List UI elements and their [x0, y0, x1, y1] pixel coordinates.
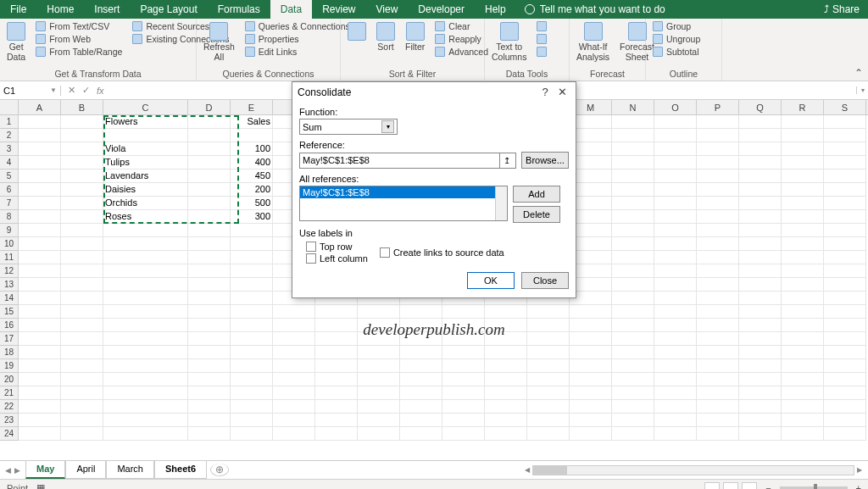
cell[interactable] — [824, 278, 866, 292]
cell[interactable] — [527, 332, 570, 346]
cell[interactable] — [19, 332, 61, 346]
close-icon[interactable]: ✕ — [554, 86, 570, 98]
cell[interactable] — [697, 414, 739, 427]
cell[interactable] — [824, 251, 866, 264]
cell[interactable] — [315, 427, 358, 441]
view-normal[interactable] — [704, 482, 720, 490]
cell[interactable] — [19, 292, 61, 305]
cell[interactable] — [782, 292, 824, 305]
cell[interactable] — [612, 359, 654, 373]
cell[interactable] — [485, 400, 527, 414]
cell[interactable] — [782, 183, 824, 197]
cell[interactable]: Orchids — [103, 197, 188, 210]
cell[interactable] — [654, 169, 697, 183]
cell[interactable]: Flowers — [103, 115, 188, 129]
cell[interactable] — [358, 414, 400, 427]
cell[interactable] — [739, 427, 782, 441]
cell[interactable] — [654, 373, 697, 386]
cell[interactable] — [400, 414, 442, 427]
cell[interactable] — [188, 251, 231, 264]
tab-file[interactable]: File — [0, 0, 36, 19]
cell[interactable] — [697, 224, 739, 237]
cell[interactable] — [782, 224, 824, 237]
cell[interactable] — [103, 427, 188, 441]
cell[interactable] — [358, 386, 400, 400]
browse-button[interactable]: Browse... — [521, 152, 569, 169]
cell[interactable] — [654, 292, 697, 305]
cell[interactable] — [782, 346, 824, 359]
cell[interactable] — [527, 427, 570, 441]
col-h[interactable]: P — [697, 100, 739, 114]
cell[interactable] — [485, 414, 527, 427]
cell[interactable] — [61, 224, 103, 237]
cell[interactable] — [19, 427, 61, 441]
sheet-tab-april[interactable]: April — [65, 461, 106, 479]
col-h[interactable]: C — [103, 100, 188, 114]
cell[interactable] — [612, 400, 654, 414]
cell[interactable] — [273, 332, 315, 346]
cell[interactable] — [697, 210, 739, 224]
row-h[interactable]: 1 — [0, 115, 19, 129]
cell[interactable] — [188, 129, 231, 142]
cell[interactable] — [103, 319, 188, 332]
cell[interactable] — [400, 386, 442, 400]
cell[interactable] — [782, 197, 824, 210]
cell[interactable] — [61, 115, 103, 129]
row-h[interactable]: 17 — [0, 332, 19, 346]
cell[interactable] — [188, 386, 231, 400]
cell[interactable] — [697, 129, 739, 142]
tab-home[interactable]: Home — [36, 0, 84, 19]
cell[interactable] — [315, 400, 358, 414]
cell[interactable] — [19, 264, 61, 278]
cell[interactable] — [654, 237, 697, 251]
cell[interactable] — [739, 210, 782, 224]
cell[interactable] — [19, 386, 61, 400]
cell[interactable] — [739, 237, 782, 251]
cell[interactable] — [697, 197, 739, 210]
cell[interactable] — [188, 115, 231, 129]
cell[interactable] — [188, 414, 231, 427]
col-h[interactable]: A — [19, 100, 61, 114]
cell[interactable] — [188, 373, 231, 386]
cell[interactable] — [739, 292, 782, 305]
from-table-range[interactable]: From Table/Range — [32, 46, 125, 58]
row-h[interactable]: 23 — [0, 414, 19, 427]
cell[interactable] — [824, 169, 866, 183]
cell[interactable] — [188, 332, 231, 346]
cell[interactable] — [697, 332, 739, 346]
cell[interactable] — [782, 332, 824, 346]
cell[interactable] — [824, 359, 866, 373]
cell[interactable] — [782, 319, 824, 332]
cell[interactable] — [19, 156, 61, 169]
cell[interactable] — [824, 305, 866, 319]
cell[interactable] — [782, 129, 824, 142]
row-h[interactable]: 3 — [0, 142, 19, 156]
cell[interactable] — [231, 373, 273, 386]
cell[interactable] — [442, 359, 485, 373]
cell[interactable] — [697, 264, 739, 278]
cell[interactable] — [739, 359, 782, 373]
what-if-analysis[interactable]: What-If Analysis — [573, 20, 613, 64]
cell[interactable] — [824, 224, 866, 237]
cell[interactable] — [103, 251, 188, 264]
cell[interactable] — [612, 332, 654, 346]
cell[interactable] — [231, 319, 273, 332]
cell[interactable] — [824, 427, 866, 441]
cell[interactable] — [315, 346, 358, 359]
cell[interactable] — [19, 359, 61, 373]
cell[interactable]: 400 — [231, 156, 273, 169]
cell[interactable] — [231, 264, 273, 278]
cell[interactable] — [358, 427, 400, 441]
cell[interactable] — [358, 373, 400, 386]
next-sheet-icon[interactable]: ▶ — [14, 466, 20, 475]
cell[interactable] — [654, 414, 697, 427]
cell[interactable] — [739, 197, 782, 210]
cell[interactable] — [654, 427, 697, 441]
cell[interactable] — [442, 400, 485, 414]
col-h[interactable]: O — [654, 100, 697, 114]
cell[interactable] — [231, 359, 273, 373]
cell[interactable] — [654, 305, 697, 319]
cell[interactable] — [400, 427, 442, 441]
select-all-corner[interactable] — [0, 100, 19, 114]
cell[interactable] — [61, 210, 103, 224]
